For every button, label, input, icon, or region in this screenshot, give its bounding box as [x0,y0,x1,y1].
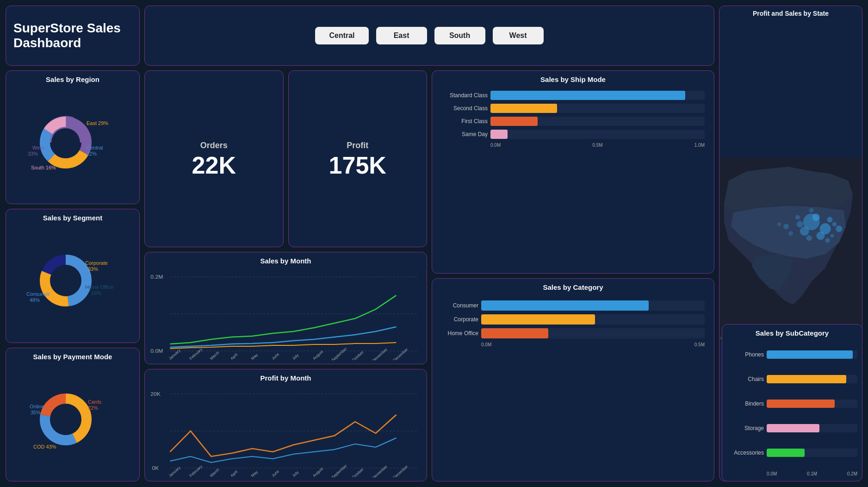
svg-text:September: September [330,346,348,360]
filter-south[interactable]: South [434,27,485,44]
svg-point-44 [51,405,80,434]
sales-by-segment-chart: Corporate 33% Home Office 19% Consumer 4… [9,225,136,337]
cat-track-corporate [481,314,705,325]
svg-text:January: January [167,465,181,477]
sales-by-ship-mode-card: Sales by Ship Mode Standard Class Second… [432,70,714,274]
svg-text:33%: 33% [88,266,98,272]
shipmode-row-second: Second Class [441,104,705,113]
svg-text:December: December [392,464,409,477]
subcat-track-phones [767,350,857,359]
svg-point-4 [800,226,809,236]
subcat-track-binders [767,400,857,408]
svg-text:19%: 19% [91,290,101,296]
shipmode-x-1: 0.5M [592,143,602,148]
sales-by-payment-title: Sales by Payment Mode [9,353,136,361]
sales-by-region-title: Sales by Region [9,75,136,83]
subcat-row-accessories: Accessories [727,449,857,457]
svg-text:Consumer: Consumer [26,291,50,297]
subcat-label-phones: Phones [727,351,764,358]
sales-by-category-card: Sales by Category Consumer Corporate Hom… [432,278,714,481]
svg-point-17 [825,238,830,243]
cat-row-consumer: Consumer [441,300,705,311]
svg-text:May: May [250,352,259,360]
shipmode-row-standard: Standard Class [441,91,705,100]
left-column: Sales by Region [6,70,140,481]
svg-text:July: July [291,470,300,477]
svg-text:South 16%: South 16% [31,165,56,170]
svg-text:April: April [229,352,239,360]
subcat-track-storage [767,424,857,432]
svg-text:February: February [188,347,204,360]
svg-text:December: December [392,347,409,360]
svg-text:November: November [372,347,389,360]
svg-text:West: West [32,145,44,150]
svg-point-6 [827,217,832,222]
sales-by-month-title: Sales by Month [149,257,422,265]
subcat-axis: 0.0M 0.1M 0.2M [727,471,857,476]
svg-point-9 [806,235,812,241]
svg-text:35%: 35% [31,410,41,415]
svg-text:February: February [188,464,204,477]
svg-text:January: January [167,348,181,360]
sales-by-segment-card: Sales by Segment Corporate 33% Home Offi… [6,209,140,343]
svg-point-8 [817,231,825,240]
sales-by-month-chart: 0.2M 0.0M January February March April M… [149,268,422,360]
svg-point-16 [777,222,781,226]
subcat-label-accessories: Accessories [727,450,764,456]
filter-east[interactable]: East [376,27,427,44]
subcategory-title: Sales by SubCategory [727,329,857,337]
profit-by-month-title: Profit by Month [149,374,422,382]
svg-point-5 [812,214,820,221]
kpi-profit-value: 175K [329,153,386,177]
subcat-label-storage: Storage [727,425,764,431]
subcategory-card: Sales by SubCategory Phones Chairs Binde… [722,324,862,481]
svg-text:Central: Central [87,145,103,150]
filter-west[interactable]: West [493,27,544,44]
svg-point-12 [795,215,800,219]
svg-point-18 [830,234,834,237]
shipmode-track-second [490,104,705,113]
svg-text:0.2M: 0.2M [150,274,163,280]
shipmode-x-0: 0.0M [490,143,501,148]
kpi-orders-value: 22K [192,153,236,177]
subcat-track-chairs [767,375,857,383]
cat-label-consumer: Consumer [441,302,478,309]
sales-by-category-title: Sales by Category [437,283,709,291]
svg-text:March: March [209,468,220,477]
cat-track-consumer [481,300,705,311]
kpi-orders: Orders 22K [144,70,284,247]
sales-by-ship-mode-title: Sales by Ship Mode [437,75,709,83]
svg-text:COD 43%: COD 43% [33,444,56,450]
profit-by-month-card: Profit by Month 20K 0K January February … [144,369,427,481]
cat-label-homeoffice: Home Office [441,330,478,337]
svg-text:Home Office: Home Office [85,284,113,290]
charts-right: Sales by Ship Mode Standard Class Second… [432,70,714,481]
subcat-label-chairs: Chairs [727,376,764,382]
map-title: Profit and Sales by State [719,6,862,18]
shipmode-track-sameday [490,130,705,139]
shipmode-track-standard [490,91,705,100]
svg-point-13 [809,208,814,213]
svg-point-15 [788,231,793,236]
subcat-label-binders: Binders [727,400,764,407]
svg-text:22%: 22% [87,151,97,156]
subcat-row-chairs: Chairs [727,375,857,383]
svg-text:20K: 20K [150,391,161,397]
cat-label-corporate: Corporate [441,316,478,323]
svg-point-7 [797,221,803,227]
svg-text:Online: Online [30,404,44,409]
subcat-track-accessories [767,449,857,457]
svg-text:0.0M: 0.0M [150,348,163,354]
svg-text:May: May [250,469,259,477]
shipmode-label-sameday: Same Day [441,131,488,137]
svg-point-14 [783,224,789,229]
svg-text:0K: 0K [152,465,159,471]
svg-text:November: November [372,464,389,477]
cat-x-0: 0.0M [481,342,491,347]
filter-central[interactable]: Central [315,27,368,44]
cat-row-corporate: Corporate [441,314,705,325]
svg-text:March: March [209,350,220,360]
cat-row-homeoffice: Home Office [441,328,705,338]
sales-by-payment-chart: Cards 22% Online 35% COD 43% [9,363,136,476]
svg-text:June: June [271,469,280,477]
